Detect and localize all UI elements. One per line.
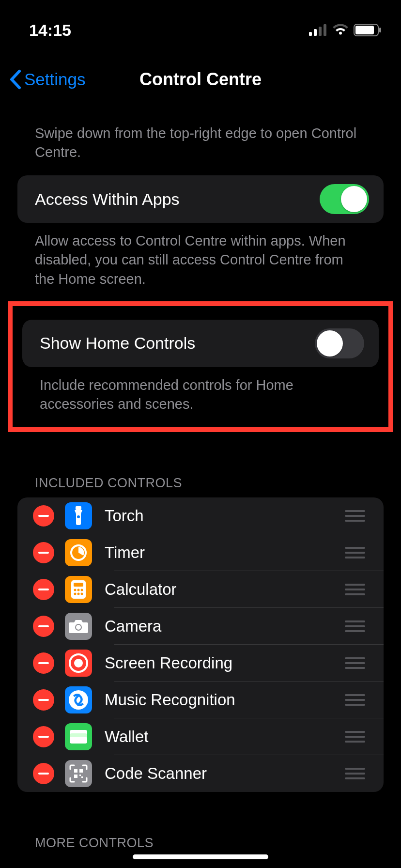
chevron-left-icon bbox=[9, 69, 21, 90]
drag-handle[interactable] bbox=[345, 584, 365, 595]
control-label: Calculator bbox=[105, 580, 345, 599]
screen-recording-icon bbox=[65, 650, 92, 677]
shazam-icon bbox=[65, 686, 92, 713]
torch-icon bbox=[65, 502, 92, 529]
svg-point-13 bbox=[77, 589, 80, 591]
drag-handle[interactable] bbox=[345, 657, 365, 669]
list-item: Camera bbox=[17, 608, 384, 645]
svg-rect-30 bbox=[81, 776, 83, 778]
drag-handle[interactable] bbox=[345, 768, 365, 779]
list-item: Music Recognition bbox=[17, 682, 384, 718]
svg-rect-5 bbox=[355, 26, 374, 34]
control-label: Screen Recording bbox=[105, 654, 345, 672]
drag-handle[interactable] bbox=[345, 694, 365, 706]
timer-icon bbox=[65, 539, 92, 566]
control-label: Torch bbox=[105, 507, 345, 525]
drag-handle[interactable] bbox=[345, 510, 365, 522]
svg-rect-0 bbox=[309, 32, 312, 36]
remove-button[interactable] bbox=[33, 652, 54, 674]
svg-point-14 bbox=[81, 589, 83, 591]
svg-rect-29 bbox=[79, 775, 81, 776]
list-item: Torch bbox=[17, 497, 384, 534]
svg-rect-3 bbox=[324, 24, 326, 36]
remove-button[interactable] bbox=[33, 689, 54, 711]
control-label: Code Scanner bbox=[105, 764, 345, 783]
svg-rect-25 bbox=[70, 737, 87, 744]
intro-text: Swipe down from the top-right edge to op… bbox=[17, 101, 384, 175]
home-indicator[interactable] bbox=[133, 854, 268, 859]
back-label: Settings bbox=[24, 70, 85, 89]
drag-handle[interactable] bbox=[345, 731, 365, 743]
access-footer: Allow access to Control Centre within ap… bbox=[17, 223, 384, 288]
remove-button[interactable] bbox=[33, 505, 54, 527]
status-time: 14:15 bbox=[29, 21, 71, 40]
svg-point-8 bbox=[77, 515, 80, 518]
remove-button[interactable] bbox=[33, 763, 54, 784]
wifi-icon bbox=[332, 24, 349, 36]
calculator-icon bbox=[65, 576, 92, 603]
show-home-controls-label: Show Home Controls bbox=[40, 334, 315, 353]
included-controls-list: TorchTimerCalculatorCameraScreen Recordi… bbox=[17, 497, 384, 792]
included-controls-header: INCLUDED CONTROLS bbox=[17, 476, 384, 497]
list-item: Code Scanner bbox=[17, 755, 384, 792]
list-item: Calculator bbox=[17, 571, 384, 608]
control-label: Wallet bbox=[105, 728, 345, 746]
status-bar: 14:15 bbox=[0, 0, 401, 48]
control-label: Camera bbox=[105, 617, 345, 636]
svg-point-21 bbox=[74, 659, 83, 667]
code-scanner-icon bbox=[65, 760, 92, 787]
access-within-apps-row: Access Within Apps bbox=[17, 175, 384, 223]
svg-rect-28 bbox=[74, 775, 77, 778]
access-within-apps-label: Access Within Apps bbox=[35, 190, 320, 209]
show-home-controls-row: Show Home Controls bbox=[22, 320, 379, 367]
wallet-icon bbox=[65, 723, 92, 750]
remove-button[interactable] bbox=[33, 726, 54, 747]
battery-icon bbox=[354, 24, 382, 36]
cellular-icon bbox=[309, 24, 327, 36]
svg-point-19 bbox=[76, 625, 81, 630]
svg-point-16 bbox=[77, 592, 80, 595]
nav-bar: Settings Control Centre bbox=[0, 58, 401, 101]
drag-handle[interactable] bbox=[345, 547, 365, 558]
list-item: Timer bbox=[17, 534, 384, 571]
svg-rect-26 bbox=[74, 769, 77, 773]
control-label: Music Recognition bbox=[105, 691, 345, 709]
svg-rect-27 bbox=[79, 769, 83, 773]
svg-point-22 bbox=[69, 690, 88, 710]
status-icons bbox=[309, 24, 382, 36]
svg-rect-1 bbox=[314, 29, 317, 36]
remove-button[interactable] bbox=[33, 579, 54, 600]
back-button[interactable]: Settings bbox=[9, 69, 85, 90]
camera-icon bbox=[65, 613, 92, 640]
show-home-controls-group: Show Home Controls bbox=[22, 320, 379, 367]
remove-button[interactable] bbox=[33, 616, 54, 637]
highlight-annotation: Show Home Controls Include recommended c… bbox=[8, 301, 393, 432]
svg-point-12 bbox=[74, 589, 77, 591]
list-item: Wallet bbox=[17, 718, 384, 755]
svg-rect-7 bbox=[76, 506, 81, 510]
remove-button[interactable] bbox=[33, 542, 54, 563]
access-within-apps-group: Access Within Apps bbox=[17, 175, 384, 223]
drag-handle[interactable] bbox=[345, 620, 365, 632]
svg-rect-11 bbox=[74, 583, 83, 587]
access-within-apps-toggle[interactable] bbox=[320, 184, 369, 214]
svg-point-17 bbox=[81, 592, 83, 595]
home-footer: Include recommended controls for Home ac… bbox=[22, 367, 379, 414]
svg-point-15 bbox=[74, 592, 77, 595]
svg-rect-6 bbox=[379, 28, 381, 32]
control-label: Timer bbox=[105, 543, 345, 562]
show-home-controls-toggle[interactable] bbox=[315, 328, 364, 358]
svg-rect-2 bbox=[319, 27, 322, 36]
list-item: Screen Recording bbox=[17, 645, 384, 682]
